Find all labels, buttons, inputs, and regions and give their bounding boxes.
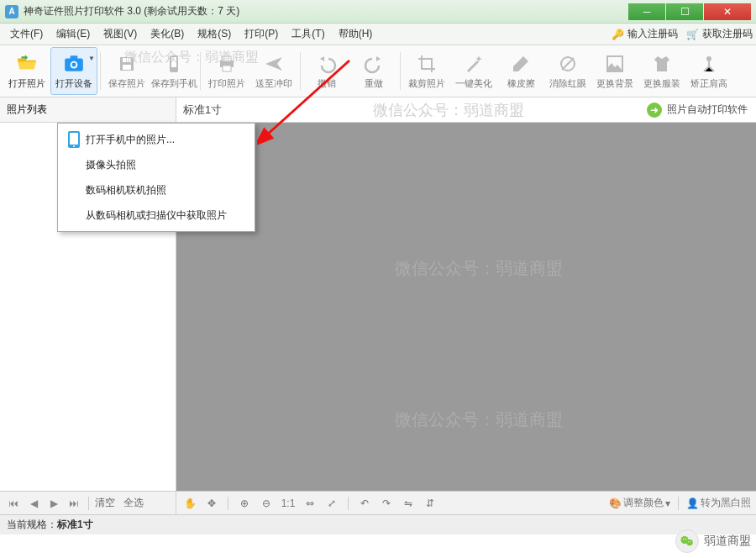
zoom-in-icon[interactable]: ⊕: [236, 495, 253, 512]
toolbar-btn-label: 橡皮擦: [507, 77, 535, 90]
toolbar-separator: [100, 52, 101, 90]
dropdown-item-label: 打开手机中的照片...: [86, 133, 175, 147]
auto-print-label: 照片自动打印软件: [667, 103, 748, 117]
wechat-icon: [675, 529, 699, 553]
nav-next-icon[interactable]: ▶: [45, 495, 62, 512]
redo-icon: [363, 53, 385, 75]
maximize-button[interactable]: ☐: [666, 3, 703, 20]
select-all-button[interactable]: 全选: [123, 496, 144, 510]
toolbar-btn-label: 打开设备: [55, 77, 92, 90]
app-logo-icon: A: [5, 5, 18, 18]
watermark-text: 微信公众号：弱道商盟: [373, 100, 524, 120]
photo-list-footer: ⏮ ◀ ▶ ⏭ 清空 全选: [0, 491, 176, 514]
menubar: 文件(F) 编辑(E) 视图(V) 美化(B) 规格(S) 打印(P) 工具(T…: [0, 24, 756, 45]
dropdown-item[interactable]: 摄像头拍照: [60, 153, 252, 176]
menu-beautify[interactable]: 美化(B): [144, 24, 191, 45]
person-icon: 👤: [686, 497, 699, 509]
menu-file[interactable]: 文件(F): [3, 24, 50, 45]
arrow-circle-icon: ➜: [647, 103, 662, 118]
toolbar-align-button: 矫正肩高: [685, 47, 732, 95]
move-tool-icon[interactable]: ✥: [203, 495, 220, 512]
align-icon: [698, 53, 720, 75]
toolbar-printer-button: 打印照片: [203, 47, 250, 95]
menu-help[interactable]: 帮助(H): [332, 24, 380, 45]
zoom-actual-icon[interactable]: 1:1: [280, 495, 297, 512]
flip-h-icon[interactable]: ⇋: [400, 495, 417, 512]
zoom-out-icon[interactable]: ⊖: [258, 495, 275, 512]
redeye-icon: [557, 53, 579, 75]
save-icon: [116, 53, 138, 75]
adjust-color-dropdown[interactable]: 🎨 调整颜色 ▾: [609, 496, 670, 510]
rotate-left-icon[interactable]: ↶: [356, 495, 373, 512]
svg-rect-10: [223, 66, 231, 71]
spec-label: 标准1寸: [183, 103, 222, 118]
svg-point-22: [685, 539, 687, 540]
send-icon: [263, 53, 285, 75]
fit-screen-icon[interactable]: ⤢: [323, 495, 340, 512]
toolbar-shirt-button: 更换服装: [638, 47, 685, 95]
toolbar-camera-button[interactable]: 打开设备▼: [50, 47, 97, 95]
toolbar-btn-label: 打开照片: [8, 77, 45, 90]
phone-icon: [62, 130, 86, 149]
toolbar-btn-label: 送至冲印: [255, 77, 292, 90]
dropdown-item[interactable]: 从数码相机或扫描仪中获取照片: [60, 203, 252, 227]
cart-icon: 🛒: [686, 29, 699, 40]
dropdown-item-label: 数码相机联机拍照: [86, 183, 166, 197]
toolbar-btn-label: 保存到手机: [151, 77, 197, 90]
save-phone-icon: [163, 53, 185, 75]
camera-icon: [63, 53, 85, 75]
toolbar-save-phone-button: 保存到手机: [150, 47, 197, 95]
minimize-button[interactable]: ─: [628, 3, 665, 20]
svg-rect-5: [123, 65, 131, 70]
get-reg-code-link[interactable]: 🛒 获取注册码: [686, 27, 753, 41]
svg-point-23: [688, 541, 689, 542]
menu-print[interactable]: 打印(P): [238, 24, 285, 45]
toolbar-btn-label: 消除红眼: [549, 77, 586, 90]
menu-spec[interactable]: 规格(S): [191, 24, 238, 45]
auto-print-link[interactable]: ➜ 照片自动打印软件: [647, 103, 748, 118]
adjust-color-label: 调整颜色: [623, 496, 664, 510]
enter-reg-code-link[interactable]: 🔑 输入注册码: [612, 27, 678, 41]
close-button[interactable]: ✕: [704, 3, 751, 20]
undo-icon: [316, 53, 338, 75]
photo-list-label: 照片列表: [7, 103, 47, 117]
watermark-text: 微信公众号：弱道商盟: [395, 408, 563, 431]
nav-first-icon[interactable]: ⏮: [5, 495, 22, 512]
window-title: 神奇证件照片打印软件 3.0 (剩余试用天数：7 天): [24, 4, 627, 18]
canvas-toolbar: ✋ ✥ ⊕ ⊖ 1:1 ⇔ ⤢ ↶ ↷ ⇋ ⇵ 🎨 调整颜色 ▾ 👤 转为黑白照: [176, 491, 756, 514]
pan-tool-icon[interactable]: ✋: [181, 495, 198, 512]
key-icon: 🔑: [612, 29, 624, 40]
toolbar-save-button: 保存照片: [103, 47, 150, 95]
menu-edit[interactable]: 编辑(E): [50, 24, 97, 45]
toolbar-folder-open-button[interactable]: 打开照片: [3, 47, 50, 95]
rotate-right-icon[interactable]: ↷: [378, 495, 395, 512]
svg-point-14: [706, 56, 711, 61]
nav-last-icon[interactable]: ⏭: [66, 495, 82, 512]
to-bw-dropdown[interactable]: 👤 转为黑白照: [686, 496, 751, 510]
status-value: 标准1寸: [57, 518, 93, 532]
dropdown-item[interactable]: 数码相机联机拍照: [60, 178, 252, 202]
clear-button[interactable]: 清空: [95, 496, 115, 510]
palette-icon: 🎨: [609, 497, 622, 509]
status-bar: 当前规格： 标准1寸: [0, 514, 756, 534]
eraser-icon: [510, 53, 532, 75]
canvas-area: 微信公众号：弱道商盟 微信公众号：弱道商盟 ✋ ✥ ⊕ ⊖ 1:1 ⇔ ⤢ ↶ …: [176, 123, 756, 514]
toolbar-btn-label: 撤销: [318, 77, 336, 90]
toolbar-btn-label: 重做: [365, 77, 383, 90]
svg-line-12: [562, 58, 574, 70]
dropdown-item[interactable]: 打开手机中的照片...: [60, 128, 252, 151]
titlebar: A 神奇证件照片打印软件 3.0 (剩余试用天数：7 天) ─ ☐ ✕: [0, 0, 756, 24]
printer-icon: [216, 53, 238, 75]
toolbar-redeye-button: 消除红眼: [544, 47, 591, 95]
menu-view[interactable]: 视图(V): [97, 24, 144, 45]
toolbar-eraser-button: 橡皮擦: [497, 47, 544, 95]
chevron-down-icon: ▾: [665, 497, 670, 509]
toolbar-btn-label: 一键美化: [455, 77, 492, 90]
nav-prev-icon[interactable]: ◀: [25, 495, 42, 512]
toolbar-btn-label: 保存照片: [108, 77, 145, 90]
menu-tools[interactable]: 工具(T): [285, 24, 331, 45]
flip-v-icon[interactable]: ⇵: [422, 495, 438, 512]
svg-point-2: [72, 62, 76, 66]
fit-width-icon[interactable]: ⇔: [302, 495, 318, 512]
svg-rect-16: [70, 133, 78, 145]
